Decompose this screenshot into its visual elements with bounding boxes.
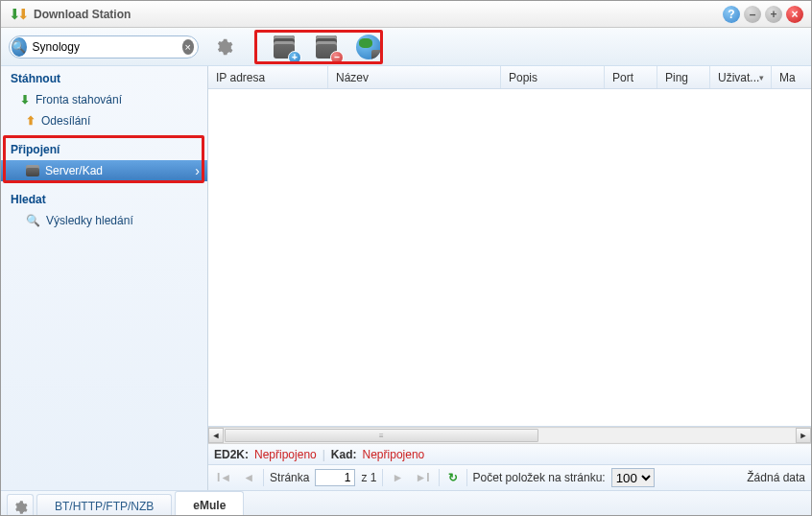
sidebar-item-label: Výsledky hledání (46, 214, 133, 227)
first-page-button[interactable]: I◄ (214, 471, 234, 484)
page-label: Stránka (270, 471, 309, 484)
app-logo-icon: ⬇⬇ (9, 9, 30, 20)
scroll-left-button[interactable]: ◄ (208, 428, 224, 443)
toolbar-action-icons: + – (270, 33, 383, 61)
col-port[interactable]: Port (605, 66, 657, 88)
minus-badge-icon: – (330, 51, 344, 64)
col-name[interactable]: Název (328, 66, 501, 88)
ed2k-label: ED2K: (214, 448, 249, 461)
pager-bar: I◄ ◄ Stránka z 1 ► ►I ↻ Počet položek na… (208, 465, 811, 490)
content-pane: IP adresa Název Popis Port Ping Uživat..… (208, 66, 811, 490)
prev-page-button[interactable]: ◄ (240, 471, 257, 484)
separator: | (322, 448, 325, 461)
table-body (208, 89, 811, 427)
ed2k-status: Nepřipojeno (254, 448, 317, 461)
col-ip[interactable]: IP adresa (208, 66, 328, 88)
tab-bt-http-ftp-nzb[interactable]: BT/HTTP/FTP/NZB (36, 494, 172, 516)
globe-icon (356, 35, 381, 59)
page-of-text: z 1 (361, 471, 376, 484)
sidebar: Stáhnout ⬇ Fronta stahování ⬆ Odesílání … (1, 66, 208, 490)
connect-globe-button[interactable] (354, 33, 383, 61)
minimize-button[interactable]: – (744, 6, 761, 23)
separator (263, 469, 264, 486)
scroll-track[interactable]: ≡ (225, 429, 795, 442)
last-page-button[interactable]: ►I (412, 471, 432, 484)
sidebar-item-label: Server/Kad (45, 164, 103, 177)
per-page-label: Počet položek na stránku: (473, 471, 606, 484)
search-icon: 🔍 (12, 37, 27, 57)
toolbar: 🔍 × + – (1, 28, 811, 66)
tab-emule[interactable]: eMule (175, 491, 244, 516)
bottom-tab-bar: BT/HTTP/FTP/NZB eMule (1, 490, 811, 516)
sidebar-item-search-results[interactable]: 🔍 Výsledky hledání (1, 210, 207, 231)
server-icon (26, 165, 39, 176)
main-content: Stáhnout ⬇ Fronta stahování ⬆ Odesílání … (1, 66, 811, 490)
separator (466, 469, 467, 486)
window-titlebar: ⬇⬇ Download Station ? – + × (1, 1, 811, 28)
sidebar-group-connection: Připojení (1, 137, 207, 160)
next-page-button[interactable]: ► (389, 471, 406, 484)
plus-badge-icon: + (288, 51, 301, 64)
download-icon: ⬇ (20, 93, 30, 106)
add-server-button[interactable]: + (270, 33, 299, 61)
table-header-row: IP adresa Název Popis Port Ping Uživat..… (208, 66, 811, 89)
kad-status: Nepřipojeno (363, 448, 425, 461)
sidebar-item-download-queue[interactable]: ⬇ Fronta stahování (1, 89, 207, 110)
chevron-down-icon: ▾ (759, 73, 764, 82)
magnifier-icon: 🔍 (26, 214, 40, 227)
bottom-settings-button[interactable] (7, 494, 34, 516)
search-box[interactable]: 🔍 × (9, 35, 199, 59)
page-input[interactable] (315, 469, 355, 486)
separator (439, 469, 440, 486)
col-user-label: Uživat... (718, 71, 759, 84)
maximize-button[interactable]: + (765, 6, 782, 23)
no-data-text: Žádná data (747, 471, 805, 484)
separator (382, 469, 383, 486)
connection-status-bar: ED2K: Nepřipojeno | Kad: Nepřipojeno (208, 444, 811, 465)
scroll-thumb[interactable]: ≡ (225, 429, 538, 442)
sidebar-item-label: Odesílání (41, 114, 90, 128)
close-button[interactable]: × (786, 6, 803, 23)
col-ma[interactable]: Ma (772, 66, 811, 88)
search-input[interactable] (27, 40, 182, 54)
upload-icon: ⬆ (26, 114, 36, 128)
kad-label: Kad: (331, 448, 357, 461)
clear-search-icon[interactable]: × (182, 39, 194, 55)
sidebar-group-search: Hledat (1, 187, 207, 210)
settings-button[interactable] (210, 34, 237, 60)
sidebar-item-server-kad[interactable]: Server/Kad (1, 160, 207, 181)
sidebar-group-download: Stáhnout (1, 66, 207, 89)
window-title: Download Station (34, 8, 131, 21)
per-page-select[interactable]: 100 (611, 468, 655, 487)
refresh-button[interactable]: ↻ (445, 471, 461, 484)
gear-icon (12, 500, 28, 515)
gear-icon (214, 37, 233, 57)
col-user[interactable]: Uživat... ▾ (710, 66, 772, 88)
sidebar-item-label: Fronta stahování (36, 93, 122, 106)
col-desc[interactable]: Popis (501, 66, 605, 88)
help-button[interactable]: ? (723, 6, 740, 23)
scroll-right-button[interactable]: ► (796, 428, 811, 443)
sidebar-item-upload[interactable]: ⬆ Odesílání (1, 110, 207, 131)
col-ping[interactable]: Ping (657, 66, 710, 88)
horizontal-scrollbar[interactable]: ◄ ≡ ► (208, 427, 811, 444)
remove-server-button[interactable]: – (312, 33, 341, 61)
